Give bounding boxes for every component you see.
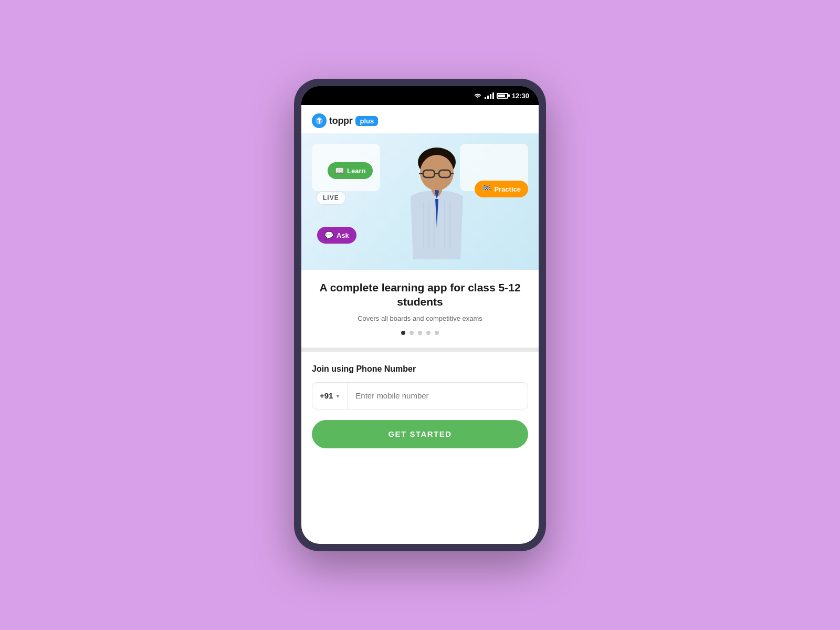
carousel-dot-4[interactable] bbox=[426, 331, 430, 335]
plus-badge: plus bbox=[355, 116, 378, 126]
status-icons: 12:30 bbox=[474, 92, 529, 100]
flag-icon: 🏁 bbox=[482, 185, 491, 193]
chat-icon: 💬 bbox=[324, 231, 333, 239]
logo-container: toppr plus bbox=[312, 113, 528, 128]
text-section: A complete learning app for class 5-12 s… bbox=[301, 270, 539, 348]
country-code-selector[interactable]: +91 ▼ bbox=[312, 383, 348, 409]
form-title: Join using Phone Number bbox=[312, 364, 528, 374]
phone-number-input[interactable] bbox=[348, 383, 528, 409]
svg-point-2 bbox=[420, 155, 454, 191]
student-figure bbox=[395, 144, 479, 270]
section-divider bbox=[301, 348, 539, 352]
status-bar: 12:30 bbox=[301, 86, 539, 105]
book-icon: 📖 bbox=[335, 166, 344, 175]
ask-label: Ask bbox=[337, 232, 349, 239]
wifi-icon bbox=[474, 92, 482, 99]
app-header: toppr plus bbox=[301, 105, 539, 133]
battery-icon bbox=[497, 93, 508, 99]
hero-image-area: LIVE 📖 Learn 🏁 Practice 💬 Ask bbox=[301, 133, 539, 270]
carousel-dot-3[interactable] bbox=[418, 331, 422, 335]
carousel-dots bbox=[312, 331, 528, 339]
carousel-section: LIVE 📖 Learn 🏁 Practice 💬 Ask bbox=[301, 133, 539, 348]
ask-badge[interactable]: 💬 Ask bbox=[317, 227, 356, 244]
signal-icon bbox=[485, 92, 494, 99]
main-heading: A complete learning app for class 5-12 s… bbox=[312, 280, 528, 309]
phone-screen: 12:30 toppr plus bbox=[301, 86, 539, 544]
phone-input-row[interactable]: +91 ▼ bbox=[312, 382, 528, 410]
practice-badge[interactable]: 🏁 Practice bbox=[475, 181, 528, 197]
get-started-button[interactable]: GET STARTED bbox=[312, 420, 528, 448]
practice-label: Practice bbox=[494, 185, 521, 193]
carousel-dot-1[interactable] bbox=[401, 331, 405, 335]
sub-heading: Covers all boards and competitive exams bbox=[312, 314, 528, 322]
country-code-text: +91 bbox=[320, 391, 333, 400]
form-section: Join using Phone Number +91 ▼ GET STARTE… bbox=[301, 352, 539, 544]
phone-device: 12:30 toppr plus bbox=[294, 79, 546, 551]
live-badge: LIVE bbox=[316, 191, 346, 205]
toppr-app-icon bbox=[312, 113, 327, 128]
learn-badge[interactable]: 📖 Learn bbox=[328, 162, 373, 179]
carousel-dot-5[interactable] bbox=[435, 331, 439, 335]
toppr-logo: toppr bbox=[312, 113, 352, 128]
learn-label: Learn bbox=[347, 167, 365, 175]
toppr-brand-name: toppr bbox=[329, 116, 352, 127]
app-screen: toppr plus LIVE 📖 Learn bbox=[301, 105, 539, 544]
status-time: 12:30 bbox=[512, 92, 529, 100]
carousel-dot-2[interactable] bbox=[410, 331, 414, 335]
chevron-down-icon: ▼ bbox=[335, 393, 340, 399]
